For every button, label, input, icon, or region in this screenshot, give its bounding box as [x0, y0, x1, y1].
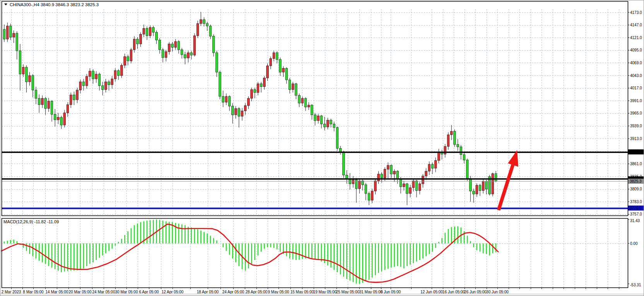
candle-bullish[interactable]: [89, 71, 91, 77]
candle-bearish[interactable]: [279, 60, 282, 72]
candle-bearish[interactable]: [216, 53, 218, 72]
candle-bullish[interactable]: [378, 174, 380, 181]
candle-bearish[interactable]: [155, 32, 158, 40]
candle-bullish[interactable]: [57, 117, 60, 120]
candle-bullish[interactable]: [403, 184, 405, 187]
candle-bearish[interactable]: [406, 184, 408, 193]
candle-bullish[interactable]: [244, 106, 246, 111]
candle-bearish[interactable]: [32, 75, 34, 90]
candle-bearish[interactable]: [381, 174, 383, 178]
candle-bearish[interactable]: [51, 101, 53, 115]
candle-bullish[interactable]: [133, 39, 135, 50]
candle-bearish[interactable]: [152, 27, 155, 33]
candle-bullish[interactable]: [168, 44, 171, 52]
candle-bullish[interactable]: [85, 77, 88, 86]
candle-bearish[interactable]: [336, 127, 338, 148]
candle-bullish[interactable]: [450, 131, 453, 135]
candle-bullish[interactable]: [393, 171, 396, 174]
candle-bullish[interactable]: [476, 185, 478, 194]
candle-bearish[interactable]: [431, 164, 434, 168]
candle-bearish[interactable]: [460, 147, 462, 155]
candle-bullish[interactable]: [79, 82, 82, 90]
candle-bullish[interactable]: [111, 79, 113, 85]
candle-bullish[interactable]: [13, 33, 15, 37]
candle-bearish[interactable]: [212, 36, 215, 53]
candle-bearish[interactable]: [127, 56, 129, 61]
candle-bullish[interactable]: [438, 152, 440, 160]
candle-bearish[interactable]: [254, 90, 256, 93]
candle-bullish[interactable]: [130, 50, 132, 61]
candle-bullish[interactable]: [22, 67, 24, 74]
candle-bullish[interactable]: [29, 75, 31, 82]
candle-bearish[interactable]: [60, 117, 63, 125]
candle-bearish[interactable]: [162, 50, 164, 58]
candle-bullish[interactable]: [371, 191, 373, 200]
candle-bearish[interactable]: [276, 53, 278, 60]
candle-bearish[interactable]: [222, 96, 224, 102]
candle-bearish[interactable]: [146, 28, 148, 36]
candle-bullish[interactable]: [482, 181, 484, 191]
candle-bullish[interactable]: [263, 78, 266, 87]
candle-bullish[interactable]: [174, 41, 177, 47]
candle-bullish[interactable]: [292, 84, 294, 89]
candle-bullish[interactable]: [273, 53, 275, 58]
candle-bearish[interactable]: [181, 50, 183, 55]
candle-bullish[interactable]: [409, 188, 412, 193]
candle-bearish[interactable]: [298, 96, 301, 103]
candle-bearish[interactable]: [343, 152, 345, 175]
candle-bullish[interactable]: [428, 164, 430, 171]
candle-bearish[interactable]: [390, 165, 393, 174]
candle-bearish[interactable]: [396, 171, 399, 179]
candle-bearish[interactable]: [228, 96, 231, 106]
candle-bearish[interactable]: [137, 39, 139, 44]
candle-bullish[interactable]: [387, 165, 389, 169]
candle-bearish[interactable]: [159, 40, 161, 50]
candle-bearish[interactable]: [35, 90, 37, 98]
candle-bullish[interactable]: [63, 113, 66, 125]
candle-bearish[interactable]: [470, 178, 472, 191]
candle-bullish[interactable]: [95, 74, 97, 79]
candle-bullish[interactable]: [447, 135, 449, 146]
candle-bearish[interactable]: [320, 116, 323, 124]
candle-bearish[interactable]: [171, 44, 174, 48]
candle-bearish[interactable]: [10, 26, 12, 37]
candle-bullish[interactable]: [282, 68, 285, 72]
candle-bearish[interactable]: [203, 20, 205, 24]
candle-bullish[interactable]: [270, 58, 272, 66]
candle-bullish[interactable]: [124, 56, 126, 65]
candle-bullish[interactable]: [248, 98, 250, 106]
candle-bullish[interactable]: [251, 90, 253, 99]
candle-bearish[interactable]: [232, 106, 234, 115]
candle-bearish[interactable]: [368, 193, 370, 200]
candle-bullish[interactable]: [196, 24, 199, 36]
candle-bullish[interactable]: [165, 52, 167, 58]
candle-bullish[interactable]: [419, 184, 421, 191]
candle-bearish[interactable]: [190, 53, 193, 55]
candle-bearish[interactable]: [295, 84, 297, 95]
candle-bearish[interactable]: [44, 98, 47, 108]
candle-bullish[interactable]: [41, 98, 44, 104]
candle-bearish[interactable]: [3, 29, 5, 39]
candle-bearish[interactable]: [400, 179, 402, 186]
candle-bullish[interactable]: [374, 181, 377, 191]
candle-bearish[interactable]: [466, 160, 468, 178]
candle-bearish[interactable]: [73, 95, 75, 100]
candle-bearish[interactable]: [285, 68, 288, 80]
candle-bullish[interactable]: [193, 36, 196, 55]
candle-bearish[interactable]: [92, 71, 94, 79]
candle-bearish[interactable]: [485, 181, 488, 189]
candle-bullish[interactable]: [76, 90, 79, 100]
candle-bearish[interactable]: [479, 185, 481, 191]
candle-bullish[interactable]: [384, 169, 386, 178]
candle-bearish[interactable]: [495, 174, 497, 181]
candle-bullish[interactable]: [352, 180, 354, 184]
candle-bullish[interactable]: [444, 146, 446, 154]
candle-bullish[interactable]: [70, 95, 72, 104]
candle-bearish[interactable]: [454, 131, 456, 144]
candle-bearish[interactable]: [473, 191, 475, 194]
candle-bullish[interactable]: [359, 181, 361, 188]
candle-bearish[interactable]: [19, 51, 21, 74]
candle-bullish[interactable]: [114, 71, 116, 79]
candle-bearish[interactable]: [38, 98, 40, 104]
candle-bullish[interactable]: [187, 53, 190, 58]
